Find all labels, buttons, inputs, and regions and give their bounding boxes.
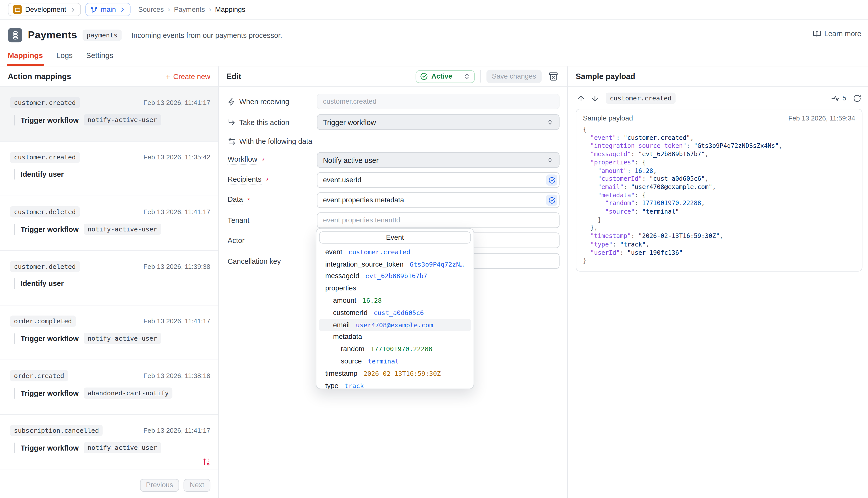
event-property-row[interactable]: event customer.created <box>319 246 471 258</box>
item-timestamp: Feb 13 2026, 11:38:18 <box>143 372 210 380</box>
status-select[interactable]: Active <box>416 70 475 83</box>
event-property-row[interactable]: timestamp 2026-02-13T16:59:30Z <box>319 367 471 380</box>
item-action: Trigger workflow <box>21 389 79 397</box>
payload-json: { "event": "customer.created", "integrat… <box>583 126 855 265</box>
property-key: customerId <box>333 309 367 316</box>
event-badge: order.created <box>10 370 68 381</box>
pin-order-icon[interactable] <box>202 457 211 467</box>
event-badge: customer.created <box>10 97 80 108</box>
event-property-row[interactable]: messageId evt_62b889b167b7 <box>319 270 471 282</box>
sample-event-badge: customer.created <box>606 93 675 104</box>
workflow-badge: notify-active-user <box>83 333 161 344</box>
tab-logs[interactable]: Logs <box>56 45 73 66</box>
action-connector <box>14 333 15 344</box>
environment-switcher[interactable]: Development <box>8 3 81 16</box>
workflow-badge: notify-active-user <box>83 442 161 453</box>
save-changes-button[interactable]: Save changes <box>486 70 542 83</box>
chevrons-up-down-icon <box>547 119 554 126</box>
action-connector <box>14 388 15 398</box>
property-key: timestamp <box>325 369 358 377</box>
page-title: Payments <box>28 29 77 41</box>
event-property-row[interactable]: random 1771001970.22288 <box>319 343 471 355</box>
breadcrumb-payments[interactable]: Payments <box>174 5 205 13</box>
mapping-list-item[interactable]: order.created Feb 13 2026, 11:38:18 Trig… <box>0 360 218 415</box>
property-value: customer.created <box>348 248 410 256</box>
action-connector <box>14 115 15 125</box>
mapping-list-item[interactable]: customer.deleted Feb 13 2026, 11:41:17 T… <box>0 196 218 251</box>
plus-icon: + <box>166 71 170 81</box>
event-badge: customer.created <box>10 152 80 163</box>
property-value: 1771001970.22288 <box>371 345 432 353</box>
when-receiving-input[interactable] <box>317 94 560 109</box>
next-page-button[interactable]: Next <box>184 479 210 492</box>
mapping-list-item[interactable]: subscription.cancelled Feb 13 2026, 11:4… <box>0 415 218 469</box>
chevrons-up-down-icon <box>547 157 554 163</box>
archive-mapping-icon[interactable] <box>547 70 560 82</box>
mapping-list-item[interactable]: order.completed Feb 13 2026, 11:41:17 Tr… <box>0 305 218 360</box>
item-action: Identify user <box>21 170 64 178</box>
divider <box>480 70 481 82</box>
mapping-list-item[interactable]: customer.deleted Feb 13 2026, 11:39:38 I… <box>0 251 218 305</box>
property-key: metadata <box>333 333 362 341</box>
event-property-row[interactable]: source terminal <box>319 355 471 367</box>
item-action: Trigger workflow <box>21 225 79 233</box>
event-property-row[interactable]: amount 16.28 <box>319 294 471 306</box>
event-badge: customer.deleted <box>10 261 80 272</box>
corner-down-right-icon <box>228 118 236 126</box>
take-action-select[interactable]: Trigger workflow <box>317 114 560 130</box>
popover-event-tab[interactable]: Event <box>319 232 471 244</box>
event-badge: order.completed <box>10 315 76 327</box>
event-property-row[interactable]: metadata <box>319 331 471 343</box>
breadcrumb: Sources › Payments › Mappings <box>138 5 245 13</box>
learn-more-link[interactable]: Learn more <box>813 30 861 38</box>
chevron-right-icon <box>69 6 76 13</box>
item-timestamp: Feb 13 2026, 11:41:17 <box>143 99 210 106</box>
property-key: source <box>341 357 362 365</box>
sample-payload-card: Sample payload Feb 13 2026, 11:59:34 { "… <box>576 109 863 271</box>
property-value: user4708@example.com <box>356 321 433 329</box>
event-property-row[interactable]: integration_source_token Gts3o9P4q72zNDS… <box>319 258 471 270</box>
sample-toolbar: customer.created 5 <box>576 93 863 104</box>
workflow-badge: notify-active-user <box>83 114 161 125</box>
tab-settings[interactable]: Settings <box>86 45 113 66</box>
event-property-popover: Event event customer.created integration… <box>316 228 474 389</box>
event-count[interactable]: 5 <box>831 94 846 102</box>
mapping-list-item[interactable]: customer.created Feb 13 2026, 11:41:17 T… <box>0 87 218 142</box>
workflow-badge: abandoned-cart-notify <box>83 388 172 398</box>
data-input[interactable] <box>317 192 560 208</box>
property-key: messageId <box>325 272 359 280</box>
previous-page-button[interactable]: Previous <box>140 479 179 492</box>
edit-panel: Edit Active Save changes <box>219 66 568 498</box>
source-slug-badge: payments <box>83 30 121 41</box>
event-badge: customer.deleted <box>10 206 80 218</box>
valid-check-icon <box>546 195 557 206</box>
source-coins-icon <box>8 28 22 42</box>
field-recipients: Recipients* <box>228 172 560 188</box>
property-value: terminal <box>368 357 399 365</box>
property-value: evt_62b889b167b7 <box>365 272 427 280</box>
item-timestamp: Feb 13 2026, 11:41:17 <box>143 317 210 325</box>
item-action: Trigger workflow <box>21 116 79 124</box>
recipients-input[interactable] <box>317 172 560 188</box>
payload-card-title: Sample payload <box>583 114 633 122</box>
field-workflow: Workflow* Notify active user <box>228 152 560 168</box>
create-new-button[interactable]: + Create new <box>166 71 210 81</box>
event-property-row[interactable]: type track <box>319 380 471 389</box>
zap-icon <box>228 97 236 106</box>
property-key: properties <box>325 284 356 292</box>
next-event-arrow-icon[interactable] <box>590 93 600 103</box>
breadcrumb-sources[interactable]: Sources <box>138 5 164 13</box>
action-connector <box>14 442 15 453</box>
refresh-icon[interactable] <box>852 93 863 103</box>
event-property-row[interactable]: customerId cust_a0d605c6 <box>319 307 471 319</box>
workflow-select[interactable]: Notify active user <box>317 152 560 168</box>
tab-mappings[interactable]: Mappings <box>8 45 43 66</box>
with-data-heading: With the following data <box>228 133 560 149</box>
tenant-input[interactable] <box>317 212 560 228</box>
field-when-receiving: When receiving <box>228 94 560 109</box>
branch-switcher[interactable]: main <box>85 3 130 16</box>
event-property-row[interactable]: properties <box>319 283 471 294</box>
mapping-list-item[interactable]: customer.created Feb 13 2026, 11:35:42 I… <box>0 142 218 196</box>
event-property-row[interactable]: email user4708@example.com <box>319 319 471 331</box>
previous-event-arrow-icon[interactable] <box>576 93 586 103</box>
